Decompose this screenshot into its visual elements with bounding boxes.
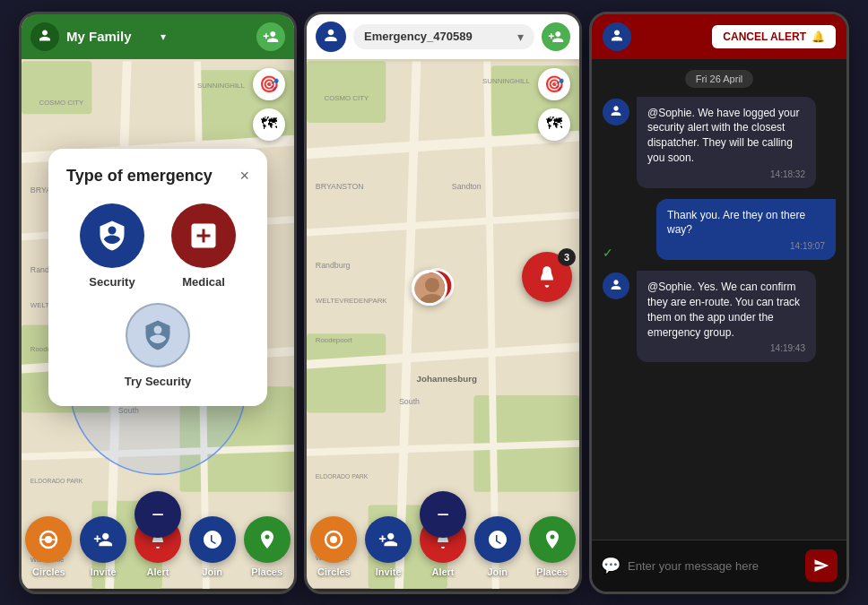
cancel-alert-label: CANCEL ALERT — [723, 30, 806, 43]
circles-btn[interactable] — [25, 516, 72, 563]
dispatcher-avatar-1 — [603, 99, 629, 125]
svg-text:WELTEVREDENPARK: WELTEVREDENPARK — [316, 296, 388, 304]
circles-action[interactable]: Circles — [25, 516, 72, 577]
chat-send-button[interactable] — [805, 549, 838, 582]
svg-text:SUNNINGHILL: SUNNINGHILL — [482, 76, 530, 84]
chat-header-left — [603, 22, 631, 51]
circles-action-2[interactable]: Circles — [310, 516, 357, 577]
svg-rect-30 — [307, 333, 386, 412]
join-action[interactable]: Join — [189, 516, 236, 577]
chat-input-bar: 💬 — [592, 540, 846, 592]
places-label: Places — [251, 566, 282, 577]
invite-btn[interactable] — [80, 516, 126, 563]
dropdown-arrow-1[interactable]: ▾ — [161, 30, 166, 43]
places-action-2[interactable]: Places — [529, 516, 576, 577]
chat-message-1: @Sophie. We have logged your security al… — [603, 97, 836, 188]
emergency-modal: Type of emergency × Security — [48, 149, 267, 406]
map-ctrl-layers-2[interactable]: 🗺 — [538, 108, 570, 141]
center-minus-btn-2[interactable]: − — [420, 491, 466, 538]
join-btn-2[interactable] — [474, 516, 521, 563]
minus-icon-2: − — [437, 502, 449, 527]
phone-3: CANCEL ALERT 🔔 Fri 26 April @Sophie. We … — [589, 12, 849, 594]
phone2-title: Emergency_470589 — [364, 30, 473, 43]
alert-count: 3 — [558, 248, 576, 266]
message-bubble-3: @Sophie. Yes. We can confirm they are en… — [637, 271, 816, 362]
emergency-options: Security Medical — [66, 203, 249, 289]
chat-header: CANCEL ALERT 🔔 — [592, 14, 846, 59]
invite-label-2: Invite — [376, 566, 402, 577]
chat-header-avatar — [603, 22, 631, 51]
svg-point-55 — [330, 536, 337, 543]
modal-header: Type of emergency × — [66, 167, 249, 186]
places-action[interactable]: Places — [244, 516, 291, 577]
modal-close-button[interactable]: × — [239, 167, 249, 186]
circles-label: Circles — [32, 566, 65, 577]
medical-icon-btn[interactable] — [171, 203, 236, 268]
chat-body: Fri 26 April @Sophie. We have logged you… — [592, 59, 846, 538]
chat-icon: 💬 — [601, 556, 621, 575]
message-time-2: 14:19:07 — [667, 241, 825, 251]
modal-title: Type of emergency — [66, 167, 213, 186]
add-member-button[interactable] — [256, 22, 285, 51]
invite-label: Invite — [91, 566, 117, 577]
sent-bubble-2: Thank you. Are they on there way? 14:19:… — [656, 199, 836, 261]
map-ctrl-layers[interactable]: 🗺 — [253, 108, 285, 141]
svg-text:Sandton: Sandton — [452, 181, 482, 190]
chat-message-3: @Sophie. Yes. We can confirm they are en… — [603, 271, 836, 362]
phone2-user-btn[interactable] — [542, 22, 570, 51]
date-text: Fri 26 April — [685, 70, 754, 88]
phone1-title: My Family — [66, 29, 157, 44]
checkmark-icon: ✓ — [603, 246, 613, 260]
places-label-2: Places — [536, 566, 568, 577]
invite-action-2[interactable]: Invite — [365, 516, 412, 577]
cancel-alert-button[interactable]: CANCEL ALERT 🔔 — [712, 25, 836, 48]
phone2-header: Emergency_470589 ▾ — [307, 14, 579, 59]
try-security-label: Try Security — [125, 375, 191, 388]
svg-text:Johannesburg: Johannesburg — [417, 374, 478, 384]
map-ctrl-target-2[interactable]: 🎯 — [538, 68, 570, 100]
circles-label-2: Circles — [317, 566, 351, 577]
alert-label: Alert — [146, 566, 169, 577]
invite-btn-2[interactable] — [365, 516, 412, 563]
map-ctrl-target[interactable]: 🎯 — [253, 68, 285, 100]
bell-icon: 🔔 — [812, 30, 825, 43]
join-label: Join — [202, 566, 222, 577]
svg-rect-28 — [307, 61, 386, 123]
places-btn-2[interactable] — [529, 516, 576, 563]
received-bubble-1: @Sophie. We have logged your security al… — [637, 97, 816, 188]
message-time-1: 14:18:32 — [647, 169, 805, 179]
message-text-2: Thank you. Are they on there way? — [667, 208, 825, 238]
medical-option[interactable]: Medical — [171, 203, 236, 289]
invite-action[interactable]: Invite — [80, 516, 126, 577]
message-time-3: 14:19:43 — [647, 343, 805, 353]
places-btn[interactable] — [244, 516, 291, 563]
svg-point-52 — [425, 278, 439, 292]
try-security-option[interactable]: Try Security — [125, 303, 191, 388]
chat-input-field[interactable] — [628, 559, 798, 573]
circles-btn-2[interactable] — [310, 516, 357, 563]
alert-badge[interactable]: 3 — [522, 252, 572, 302]
join-action-2[interactable]: Join — [474, 516, 521, 577]
chat-message-2: ✓ Thank you. Are they on there way? 14:1… — [603, 199, 836, 261]
phone2-dropdown: ▾ — [517, 30, 524, 44]
join-btn[interactable] — [189, 516, 236, 563]
phone2-avatar — [316, 22, 346, 52]
chat-date-badge: Fri 26 April — [603, 70, 836, 86]
svg-text:COSMO CITY: COSMO CITY — [325, 94, 369, 102]
minus-icon-1: − — [152, 502, 164, 527]
svg-text:ELDORADO PARK: ELDORADO PARK — [30, 478, 83, 484]
security-option[interactable]: Security — [80, 203, 144, 289]
phone2-title-box[interactable]: Emergency_470589 ▾ — [353, 24, 534, 49]
dispatcher-avatar-3 — [603, 272, 629, 299]
medical-label: Medical — [182, 275, 225, 289]
received-bubble-3: @Sophie. Yes. We can confirm they are en… — [637, 271, 816, 362]
message-text-3: @Sophie. Yes. We can confirm they are en… — [647, 280, 805, 340]
try-security-icon-btn[interactable] — [126, 303, 190, 367]
svg-text:Roodepoort: Roodepoort — [316, 336, 353, 344]
security-icon-btn[interactable] — [80, 203, 144, 268]
message-text-1: @Sophie. We have logged your security al… — [647, 106, 805, 166]
svg-text:BRYANSTON: BRYANSTON — [316, 181, 364, 190]
center-minus-btn-1[interactable]: − — [135, 491, 181, 538]
user-avatar-map — [412, 270, 447, 306]
alert-label-2: Alert — [431, 566, 454, 577]
